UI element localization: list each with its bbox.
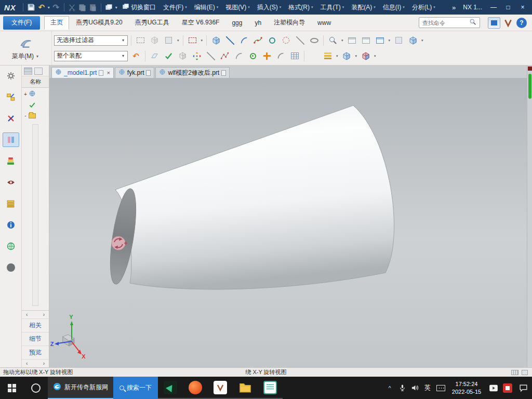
menubar-item-analysis[interactable]: 分析(L)▾ (408, 0, 439, 15)
search-icon[interactable] (469, 18, 476, 27)
gray-cube-icon[interactable] (177, 50, 189, 62)
menu-overflow-icon[interactable]: » (449, 4, 459, 11)
dropdown-caret-icon[interactable]: ▾ (355, 54, 358, 58)
snap-point-icon[interactable] (163, 34, 175, 46)
tab-yanxiu-mold[interactable]: 燕秀UG模具9.20 (70, 16, 128, 30)
layers-stack-icon[interactable] (322, 50, 334, 62)
media-player-tray-icon[interactable] (486, 383, 501, 393)
tab-file[interactable]: 文件(F) (3, 16, 40, 30)
save-icon[interactable] (26, 2, 36, 12)
circle-icon[interactable] (266, 34, 278, 46)
select-rectangle-icon[interactable] (135, 34, 147, 46)
close-button[interactable]: × (515, 0, 530, 15)
edge-pinned-site[interactable]: 新开传奇新服网 (48, 377, 113, 399)
dropdown-caret-icon[interactable]: ▾ (336, 54, 339, 58)
command-search-input[interactable] (422, 20, 469, 26)
shaded-cube-icon[interactable] (210, 34, 222, 46)
details-panel-label[interactable]: 细节 (22, 332, 49, 345)
part-navigator-icon[interactable] (3, 132, 19, 147)
marquee-select-icon[interactable] (187, 34, 198, 46)
reuse-library-icon[interactable] (3, 154, 19, 168)
window-gray2-icon[interactable] (360, 34, 372, 46)
arc-icon[interactable] (238, 34, 250, 46)
help-icon[interactable]: ? (516, 18, 527, 28)
menubar-item-file[interactable]: 文件(F)▾ (159, 0, 191, 15)
document-tab-model1[interactable]: _model1.prt × (51, 67, 114, 78)
find-feature-icon[interactable] (327, 34, 339, 46)
iso-view-cube-icon[interactable] (341, 50, 353, 62)
dashed-circle-icon[interactable] (280, 34, 292, 46)
menubar-item-tools[interactable]: 工具(T)▾ (316, 0, 348, 15)
tab-mold-wizard[interactable]: 注塑模向导 (268, 16, 311, 30)
profile-line-icon[interactable] (294, 34, 306, 46)
preview-panel-label[interactable]: 预览 (22, 345, 49, 359)
constraint-navigator-icon[interactable] (3, 111, 19, 126)
user-interface-preferences-icon[interactable] (488, 17, 500, 29)
command-search[interactable] (419, 17, 480, 28)
datum-plane-icon[interactable] (149, 50, 161, 62)
view-cube-icon[interactable] (407, 34, 419, 46)
move-object-icon[interactable] (191, 50, 203, 62)
undo-icon[interactable]: ↶ (36, 2, 47, 12)
dropdown-caret-icon[interactable]: ▾ (388, 38, 391, 43)
tree-item[interactable]: - (23, 113, 36, 118)
menubar-item-view[interactable]: 视图(V)▾ (222, 0, 254, 15)
gesture-check-icon[interactable] (503, 18, 513, 28)
finish-sketch-icon[interactable] (163, 50, 175, 62)
tab-ggg[interactable]: ggg (226, 16, 248, 30)
gear-icon[interactable] (3, 69, 19, 83)
expand-toggle[interactable]: + (23, 91, 28, 97)
collapse-toggle[interactable]: - (23, 113, 28, 118)
assembly-scope-dropdown[interactable]: 整个装配▾ (54, 51, 128, 61)
minimize-button[interactable]: — (486, 0, 501, 15)
point-plus-icon[interactable] (261, 50, 273, 62)
circle-point-icon[interactable] (247, 50, 259, 62)
select-solid-icon[interactable] (149, 34, 161, 46)
dropdown-caret-icon[interactable]: ▾ (341, 38, 344, 43)
related-panel-label[interactable]: 相关 (22, 318, 49, 332)
tab-xingkong[interactable]: 星空 V6.936F (176, 16, 225, 30)
tree-item[interactable] (23, 101, 36, 110)
taskbar-search-button[interactable]: 搜索一下 (113, 377, 158, 399)
menubar-item-assemblies[interactable]: 装配(A)▾ (348, 0, 379, 15)
hidden-icons-chevron[interactable]: ^ (383, 385, 396, 391)
scroll-thumb[interactable] (528, 74, 531, 99)
scroll-left-icon[interactable]: ‹ (26, 312, 28, 317)
window-pin-icon[interactable] (146, 70, 151, 76)
status-grid-icon[interactable] (511, 370, 518, 375)
graphics-viewport[interactable]: Y Z X (49, 78, 527, 367)
selection-filter-dropdown[interactable]: 无选择过滤器▾ (54, 35, 128, 46)
info-icon[interactable] (3, 218, 19, 232)
taskbar-app-v[interactable] (208, 377, 233, 399)
taskbar-app-game[interactable] (158, 377, 183, 399)
dropdown-caret-icon[interactable]: ▾ (177, 38, 180, 43)
tab-www[interactable]: www (312, 16, 337, 30)
dropdown-caret-icon[interactable]: ▾ (201, 38, 204, 43)
visualization-icon[interactable] (3, 175, 19, 190)
refresh-icon[interactable] (308, 50, 320, 62)
cascade-caret-icon[interactable]: ▾ (114, 5, 118, 10)
menubar-item-format[interactable]: 格式(R)▾ (285, 0, 316, 15)
tab-yh[interactable]: yh (249, 16, 267, 30)
tree-scroll-track[interactable] (32, 124, 38, 306)
menu-button[interactable]: 菜单(M)▾ (0, 31, 52, 65)
cut-icon[interactable] (67, 2, 77, 12)
layout-window-icon[interactable] (374, 34, 386, 46)
arc-gray-icon[interactable] (275, 50, 287, 62)
scroll-right-icon[interactable]: › (43, 312, 45, 317)
navigator-column-header[interactable]: 名称 (22, 76, 49, 88)
window-pin-icon[interactable] (221, 70, 226, 76)
ellipse-icon[interactable] (308, 34, 320, 46)
web-browser-icon[interactable] (3, 239, 19, 254)
dropdown-caret-icon[interactable]: ▾ (374, 54, 377, 58)
maximize-button[interactable]: □ (501, 0, 515, 15)
status-window-icon[interactable] (522, 370, 528, 375)
document-tab-wlf[interactable]: wlf模腔2修改后.prt (155, 67, 230, 78)
tab-yanxiu-tools[interactable]: 燕秀UG工具 (129, 16, 175, 30)
tree-item[interactable]: + (23, 90, 36, 99)
paste-icon[interactable] (88, 2, 98, 12)
viewport-3d-scene[interactable]: Y Z X (49, 78, 527, 367)
microphone-icon[interactable] (396, 384, 408, 392)
copy-icon[interactable] (77, 2, 88, 12)
touch-keyboard-icon[interactable] (434, 385, 447, 391)
